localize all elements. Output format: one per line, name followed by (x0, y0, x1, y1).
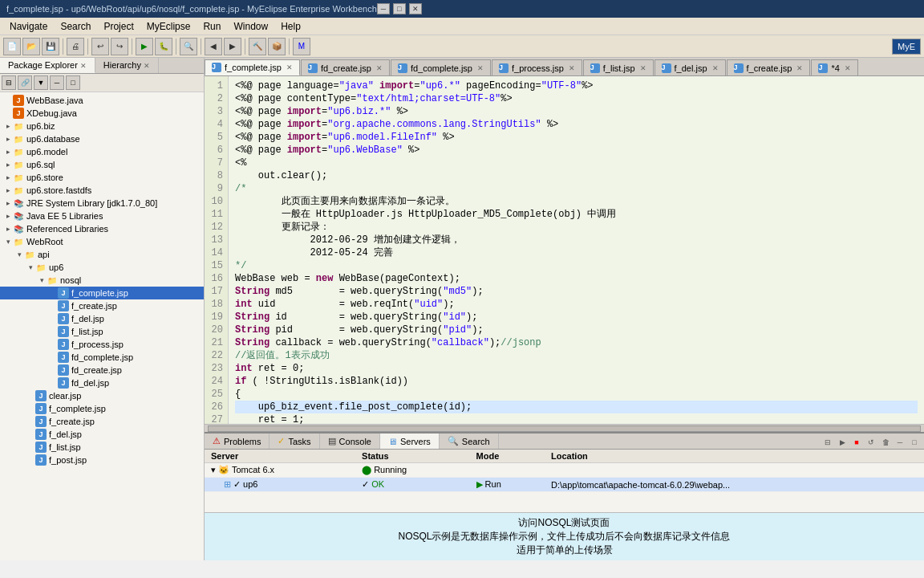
tree-arrow[interactable]: ▸ (3, 161, 13, 169)
bottom-tab-servers[interactable]: 🖥Servers (380, 434, 440, 449)
panel-maximize-btn[interactable]: □ (66, 75, 80, 90)
bottom-tab-problems[interactable]: ⚠Problems (205, 434, 270, 449)
tab-hierarchy[interactable]: Hierarchy✕ (95, 58, 159, 73)
tree-arrow[interactable]: ▸ (3, 186, 13, 194)
tab-close[interactable]: ✕ (796, 64, 803, 72)
tree-item-9[interactable]: ▸📚Java EE 5 Libraries (0, 210, 204, 222)
perspective-dropdown[interactable]: MyE (892, 39, 921, 55)
panel-link-btn[interactable]: 🔗 (18, 75, 32, 90)
tree-item-13[interactable]: ▾📁up6 (0, 261, 204, 274)
tb-open-button[interactable]: 📂 (22, 38, 40, 55)
tab-close[interactable]: ✕ (569, 64, 575, 72)
tb-run-button[interactable]: ▶ (136, 38, 153, 55)
tb-debug-button[interactable]: 🐛 (155, 38, 172, 55)
bottom-tab-console[interactable]: ▤Console (320, 434, 380, 449)
tab-close[interactable]: ✕ (712, 64, 719, 72)
tree-arrow[interactable]: ▸ (3, 122, 13, 130)
editor-tab-7[interactable]: J*4✕ (811, 59, 857, 75)
tree-item-11[interactable]: ▾📁WebRoot (0, 235, 204, 248)
tb-deploy-button[interactable]: 📦 (268, 38, 286, 55)
server-row-0[interactable]: ▾ 🐱 Tomcat 6.x⬤ Running (205, 463, 924, 478)
panel-collapse-btn[interactable]: ⊟ (2, 75, 16, 90)
tb-build-button[interactable]: 🔨 (249, 38, 266, 55)
tb-search-button[interactable]: 🔍 (180, 38, 197, 55)
bottom-action-1[interactable]: ⊟ (821, 436, 834, 449)
editor-tab-4[interactable]: Jf_list.jsp✕ (583, 59, 654, 75)
tree-item-1[interactable]: JXDebug.java (0, 107, 204, 120)
tree-item-24[interactable]: Jf_complete.jsp (0, 402, 204, 415)
tree-item-19[interactable]: Jf_process.jsp (0, 338, 204, 351)
tab-close[interactable]: ✕ (845, 64, 851, 72)
minimize-button[interactable]: ─ (377, 3, 390, 14)
menu-navigate[interactable]: Navigate (3, 19, 54, 34)
tree-arrow[interactable]: ▸ (3, 135, 13, 143)
code-content[interactable]: <%@ page language="java" import="up6.*" … (229, 76, 924, 424)
tb-next-button[interactable]: ▶ (224, 38, 241, 55)
tb-save-button[interactable]: 💾 (42, 38, 59, 55)
panel-menu-btn[interactable]: ▼ (34, 75, 48, 90)
tree-item-15[interactable]: Jf_complete.jsp (0, 287, 204, 299)
tree-arrow[interactable]: ▾ (26, 263, 35, 271)
tree-item-27[interactable]: Jf_list.jsp (0, 441, 204, 454)
tb-redo-button[interactable]: ↪ (111, 38, 128, 55)
tree-item-10[interactable]: ▸📚Referenced Libraries (0, 222, 204, 235)
tree-arrow[interactable]: ▾ (3, 238, 13, 246)
bottom-action-stop[interactable]: ■ (850, 436, 863, 449)
tree-arrow[interactable]: ▸ (3, 199, 13, 207)
editor-tab-3[interactable]: Jf_process.jsp✕ (492, 59, 582, 75)
editor-tab-6[interactable]: Jf_create.jsp✕ (727, 59, 811, 75)
tree-item-28[interactable]: Jf_post.jsp (0, 454, 204, 466)
server-row-1[interactable]: ⊞ ✓ up6✓ OK▶ RunD:\app\tomcat\apache-tom… (205, 478, 924, 492)
tree-item-6[interactable]: ▸📁up6.store (0, 171, 204, 184)
editor-tab-2[interactable]: Jfd_complete.jsp✕ (391, 59, 491, 75)
tree-item-20[interactable]: Jfd_complete.jsp (0, 351, 204, 364)
tree-arrow[interactable]: ▸ (3, 212, 13, 220)
menu-search[interactable]: Search (54, 19, 97, 34)
tree-arrow[interactable]: ▾ (37, 276, 47, 284)
bottom-tab-search[interactable]: 🔍Search (440, 434, 499, 449)
expand-icon[interactable]: ▾ (211, 465, 218, 474)
tab-close[interactable]: ✕ (640, 64, 646, 72)
tree-item-17[interactable]: Jf_del.jsp (0, 312, 204, 325)
menu-window[interactable]: Window (227, 19, 274, 34)
tab-close[interactable]: ✕ (286, 63, 293, 71)
maximize-button[interactable]: □ (393, 3, 406, 14)
menu-help[interactable]: Help (274, 19, 307, 34)
editor-tab-5[interactable]: Jf_del.jsp✕ (654, 59, 726, 75)
tree-arrow[interactable]: ▸ (3, 148, 13, 156)
tab-package-explorer[interactable]: Package Explorer✕ (0, 58, 95, 73)
tree-item-25[interactable]: Jf_create.jsp (0, 415, 204, 428)
tb-print-button[interactable]: 🖨 (67, 38, 84, 55)
menu-project[interactable]: Project (97, 19, 140, 34)
editor-tab-0[interactable]: Jf_complete.jsp✕ (205, 59, 300, 75)
tree-item-23[interactable]: Jclear.jsp (0, 389, 204, 402)
tree-arrow[interactable]: ▾ (14, 250, 24, 258)
horizontal-scrollbar[interactable] (205, 424, 924, 432)
bottom-action-3[interactable]: ↺ (865, 436, 877, 449)
tree-item-5[interactable]: ▸📁up6.sql (0, 158, 204, 171)
bottom-tab-tasks[interactable]: ✓Tasks (270, 434, 319, 449)
tree-item-21[interactable]: Jfd_create.jsp (0, 364, 204, 377)
bottom-action-maximize[interactable]: □ (908, 436, 921, 449)
tree-item-4[interactable]: ▸📁up6.model (0, 145, 204, 158)
tab-close[interactable]: ✕ (376, 64, 383, 72)
tb-prev-button[interactable]: ◀ (205, 38, 222, 55)
tree-arrow[interactable]: ▸ (3, 173, 13, 181)
tree-item-12[interactable]: ▾📁api (0, 248, 204, 261)
tree-item-26[interactable]: Jf_del.jsp (0, 428, 204, 441)
tab-close-hierarchy[interactable]: ✕ (144, 62, 150, 70)
close-button[interactable]: ✕ (409, 3, 422, 14)
code-editor[interactable]: 1234567891011121314151617181920212223242… (205, 76, 924, 424)
tree-item-8[interactable]: ▸📚JRE System Library [jdk1.7.0_80] (0, 197, 204, 210)
bottom-action-clear[interactable]: 🗑 (879, 436, 892, 449)
tree-item-18[interactable]: Jf_list.jsp (0, 325, 204, 338)
tree-item-7[interactable]: ▸📁up6.store.fastdfs (0, 184, 204, 197)
tab-close[interactable]: ✕ (477, 64, 484, 72)
tb-undo-button[interactable]: ↩ (91, 38, 109, 55)
tree-item-2[interactable]: ▸📁up6.biz (0, 120, 204, 132)
tree-arrow[interactable]: ▸ (3, 225, 13, 233)
bottom-action-minimize[interactable]: ─ (894, 436, 906, 449)
tb-myeclipse-button[interactable]: M (293, 38, 310, 55)
tree-item-0[interactable]: JWebBase.java (0, 94, 204, 107)
tree-item-16[interactable]: Jf_create.jsp (0, 299, 204, 312)
